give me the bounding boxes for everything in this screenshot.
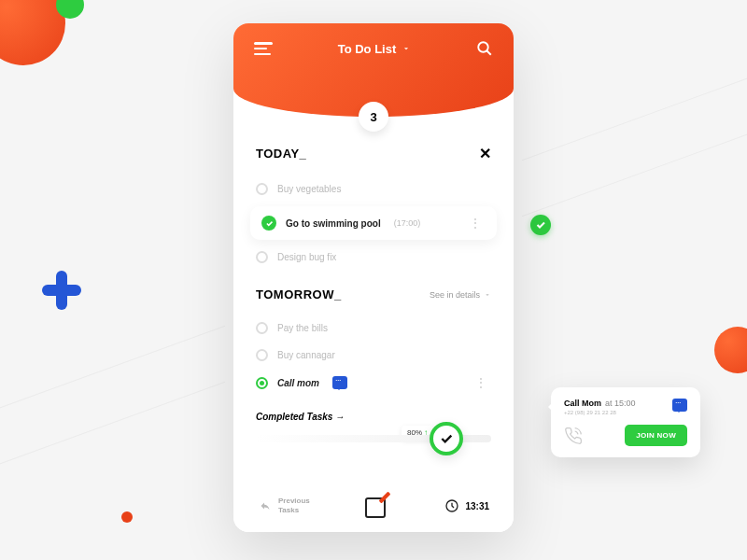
popup-phone-number: +22 (98) 29 21 22 28 [564, 410, 687, 415]
more-icon[interactable]: ⋮ [471, 381, 491, 385]
search-icon[interactable] [476, 40, 493, 57]
completed-tasks-link[interactable]: Completed Tasks → [256, 412, 491, 422]
message-icon [332, 376, 347, 389]
close-icon[interactable]: ✕ [479, 145, 491, 162]
page-title[interactable]: To Do List [338, 42, 412, 56]
task-time: (17:00) [394, 218, 421, 228]
decor-circle [714, 327, 747, 373]
svg-point-0 [478, 42, 488, 52]
previous-tasks-button[interactable]: Previous Tasks [258, 497, 310, 514]
task-row[interactable]: Pay the bills [256, 315, 491, 342]
plus-icon [42, 271, 81, 310]
task-row-emphasis[interactable]: Call mom ⋮ [256, 369, 491, 397]
call-popup: Call Momat 15:00 +22 (98) 29 21 22 28 JO… [551, 387, 700, 457]
reply-icon [258, 500, 273, 511]
check-icon [530, 215, 551, 235]
popup-title: Call Momat 15:00 [564, 399, 687, 408]
compose-button[interactable] [365, 494, 389, 518]
message-icon[interactable] [672, 399, 687, 412]
app-frame: To Do List 3 TODAY_ ✕ Buy vegetables Go … [233, 23, 514, 532]
task-sections: TODAY_ ✕ Buy vegetables Go to swimming p… [233, 117, 514, 472]
decor-line [522, 120, 747, 217]
slider-handle[interactable] [430, 422, 463, 455]
menu-icon[interactable] [254, 42, 273, 55]
task-row-active[interactable]: Go to swimming pool (17:00) ⋮ [250, 206, 497, 240]
chevron-down-icon [402, 44, 411, 53]
count-badge: 3 [359, 102, 388, 132]
decor-circle [0, 0, 65, 65]
check-icon [261, 216, 276, 231]
task-row[interactable]: Buy cannagar [256, 342, 491, 369]
section-title-tomorrow: TOMORROW_ [256, 287, 342, 301]
chevron-down-icon [484, 291, 491, 299]
decor-line [0, 326, 225, 423]
join-now-button[interactable]: JOIN NOW [625, 425, 687, 446]
decor-circle [121, 511, 133, 523]
section-title-today: TODAY_ [256, 147, 306, 161]
current-time: 13:31 [444, 498, 489, 513]
task-row[interactable]: Design bug fix [256, 244, 491, 271]
app-header: To Do List 3 [233, 23, 514, 117]
progress-area: 80% [256, 435, 491, 472]
phone-icon[interactable] [564, 427, 583, 445]
more-icon[interactable]: ⋮ [465, 221, 486, 225]
progress-slider[interactable] [256, 435, 491, 442]
see-details-link[interactable]: See in details [430, 290, 491, 300]
clock-icon [444, 498, 459, 513]
task-row[interactable]: Buy vegetables [256, 175, 491, 203]
app-footer: Previous Tasks 13:31 [233, 480, 514, 532]
